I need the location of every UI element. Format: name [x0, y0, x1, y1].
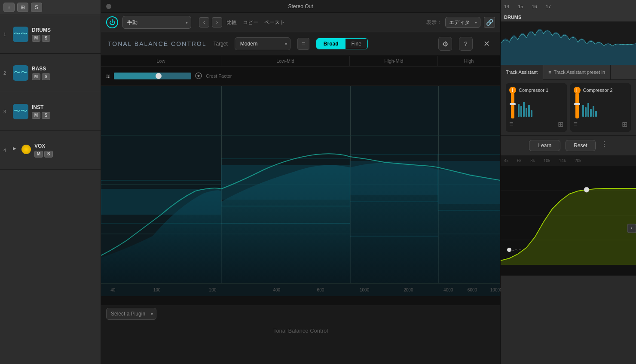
- plugin-selector-bar: Select a Plugin ▾: [101, 305, 500, 322]
- visualization-area: Low Low-Mid High-Mid High ≋ ⦿ Crest Fact…: [101, 56, 500, 305]
- track-list: + ⊞ S 1 〜〜 DRUMS M S 2 〜〜 BASS M S: [0, 0, 101, 364]
- waveform-display: [501, 22, 636, 65]
- track-item: 1 〜〜 DRUMS M S: [0, 15, 101, 54]
- tab-preset-icon: ≡: [548, 70, 551, 75]
- compressor-2-block: i Compressor 2: [570, 83, 631, 132]
- track-info: VOX M S: [34, 143, 53, 158]
- right-panel: 14 15 16 17 DRUMS Track Assistant ≡ Trac…: [501, 0, 636, 364]
- plugin-select-dropdown[interactable]: Select a Plugin: [106, 308, 156, 320]
- crest-factor-row: ≋ ⦿ Crest Factor: [101, 67, 500, 86]
- comp1-meter: [518, 100, 532, 117]
- track-info: BASS M S: [32, 66, 50, 80]
- freq-tick-1000: 1000: [360, 288, 369, 292]
- preset-dropdown[interactable]: 手動: [122, 16, 191, 29]
- eq-freq-20k: 20k: [575, 158, 581, 163]
- svg-rect-6: [221, 165, 350, 200]
- comp1-list-icon[interactable]: ≡: [509, 120, 513, 128]
- eq-freq-6k: 6k: [517, 158, 522, 163]
- eq-curve-area[interactable]: ‹: [501, 166, 636, 265]
- tbc-preset-dropdown[interactable]: Modern: [235, 37, 290, 50]
- vox-midi-icon: [21, 145, 31, 154]
- eq-curve-svg: ‹: [501, 166, 636, 265]
- frequency-axis: 40 100 200 400 600 1000 2000 4000 6000 1…: [101, 283, 500, 296]
- learn-button[interactable]: Learn: [529, 140, 560, 151]
- comp2-grid-icon[interactable]: ⊞: [622, 120, 627, 128]
- svg-rect-4: [101, 189, 221, 215]
- paste-button[interactable]: ペースト: [263, 19, 287, 26]
- broad-fine-group: Broad Fine: [316, 38, 368, 49]
- track-header-bar: + ⊞ S: [0, 0, 101, 15]
- track-info: DRUMS M S: [32, 27, 51, 42]
- crest-factor-slider[interactable]: [114, 73, 191, 79]
- tbc-preset-dropdown-wrapper: Modern ▾: [235, 37, 290, 50]
- broad-button[interactable]: Broad: [317, 39, 346, 49]
- help-button[interactable]: ?: [459, 37, 473, 51]
- track-name-inst: INST: [32, 104, 50, 110]
- nav-next-button[interactable]: ›: [212, 17, 222, 27]
- tab-track-assistant-preset[interactable]: ≡ Track Assistant preset in: [543, 65, 611, 80]
- plugin-select-wrapper: Select a Plugin ▾: [106, 308, 156, 320]
- track-icon-drums: 〜〜: [13, 27, 28, 42]
- band-label-highmid: High-Mid: [350, 56, 438, 66]
- mute-button-vox[interactable]: M: [34, 151, 43, 158]
- comp2-meter: [582, 100, 597, 117]
- power-button[interactable]: ⏻: [106, 16, 118, 28]
- eq-freq-10k: 10k: [544, 158, 550, 163]
- tbc-title: TONAL BALANCE CONTROL: [108, 40, 207, 47]
- window-close-dot[interactable]: [106, 4, 111, 9]
- crest-factor-label: Crest Factor: [206, 73, 232, 79]
- track-mute-solo-group: M S: [32, 112, 50, 119]
- timeline-marker-16: 16: [532, 4, 537, 9]
- band-label-low: Low: [101, 56, 221, 66]
- svg-rect-9: [350, 161, 438, 195]
- gear-button[interactable]: ⚙: [438, 37, 452, 51]
- eq-handle[interactable]: [584, 187, 589, 192]
- comp2-fader-handle: [574, 103, 580, 105]
- eq-freq-8k: 8k: [530, 158, 535, 163]
- tbc-menu-button[interactable]: ≡: [297, 38, 309, 50]
- solo-button-vox[interactable]: S: [44, 151, 53, 158]
- comp2-fader[interactable]: [575, 93, 579, 118]
- solo-button-inst[interactable]: S: [42, 112, 50, 119]
- track-number: 1: [3, 32, 9, 37]
- smart-controls-button[interactable]: S: [31, 3, 42, 12]
- nav-prev-button[interactable]: ‹: [199, 17, 209, 27]
- link-button[interactable]: 🔗: [484, 17, 495, 28]
- track-number: 2: [3, 70, 9, 76]
- more-options-icon[interactable]: ⋮: [601, 140, 608, 151]
- track-mute-solo-group: M S: [32, 35, 51, 42]
- comp2-list-icon[interactable]: ≡: [574, 120, 578, 128]
- close-x-button[interactable]: ✕: [480, 37, 493, 51]
- track-number: 3: [3, 109, 9, 114]
- crest-slider-handle[interactable]: [156, 73, 162, 79]
- comp2-header: i Compressor 2: [574, 87, 628, 94]
- eq-freq-4k: 4k: [504, 158, 509, 163]
- mute-button-bass[interactable]: M: [32, 73, 40, 80]
- band-label-lowmid: Low-Mid: [221, 56, 350, 66]
- comp1-grid-icon[interactable]: ⊞: [558, 120, 563, 128]
- track-assistant-tabs: Track Assistant ≡ Track Assistant preset…: [501, 65, 636, 80]
- copy-button[interactable]: コピー: [241, 19, 260, 26]
- add-track-type-button[interactable]: ⊞: [17, 3, 28, 12]
- compare-button[interactable]: 比較: [225, 19, 238, 26]
- fine-button[interactable]: Fine: [346, 39, 367, 49]
- track-icon-bass: 〜〜: [13, 65, 28, 81]
- track-item: 2 〜〜 BASS M S: [0, 54, 101, 92]
- timeline-marker-15: 15: [518, 4, 523, 9]
- tab-track-assistant-label: Track Assistant: [506, 70, 538, 75]
- eq-freq-14k: 14k: [559, 158, 566, 163]
- preset-dropdown-wrapper: 手動 ▾: [122, 16, 191, 29]
- tab-track-assistant[interactable]: Track Assistant: [501, 65, 543, 80]
- reset-button[interactable]: Reset: [566, 140, 595, 151]
- comp1-bottom-icons: ≡ ⊞: [509, 120, 563, 128]
- solo-button-drums[interactable]: S: [42, 35, 50, 42]
- add-track-button[interactable]: +: [3, 3, 15, 12]
- comp1-fader[interactable]: [511, 93, 514, 118]
- track-play-button-vox[interactable]: ▶: [13, 146, 20, 153]
- editor-dropdown[interactable]: エディタ: [445, 17, 480, 28]
- viz-canvas[interactable]: [101, 86, 500, 283]
- eq-start-handle[interactable]: [507, 248, 511, 252]
- mute-button-drums[interactable]: M: [32, 35, 40, 42]
- mute-button-inst[interactable]: M: [32, 112, 40, 119]
- solo-button-bass[interactable]: S: [42, 73, 50, 80]
